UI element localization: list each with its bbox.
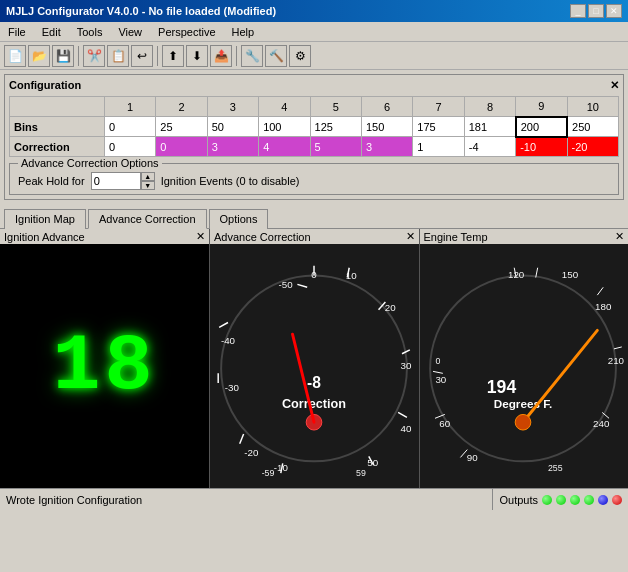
bins-cell-9[interactable]: 200 (516, 117, 567, 137)
correction-cell-7[interactable]: 1 (413, 137, 464, 157)
title-bar-title: MJLJ Configurator V4.0.0 - No file loade… (6, 5, 276, 17)
row-header-bins: Bins (10, 117, 105, 137)
bins-cell-4[interactable]: 100 (259, 117, 310, 137)
advance-correction-title: Advance Correction (214, 231, 311, 243)
status-outputs: Outputs (493, 494, 628, 506)
toolbar-settings3[interactable]: ⚙ (289, 45, 311, 67)
toolbar-settings2[interactable]: 🔨 (265, 45, 287, 67)
toolbar-copy[interactable]: 📋 (107, 45, 129, 67)
status-text: Wrote Ignition Configuration (0, 489, 493, 510)
menu-help[interactable]: Help (228, 25, 259, 39)
correction-cell-3[interactable]: 3 (207, 137, 258, 157)
gauges-container: Ignition Advance ✕ 18 Advance Correction… (0, 228, 628, 488)
ignition-advance-header: Ignition Advance ✕ (0, 229, 209, 244)
correction-cell-10[interactable]: -20 (567, 137, 618, 157)
correction-cell-4[interactable]: 4 (259, 137, 310, 157)
svg-text:Correction: Correction (282, 396, 346, 411)
bins-cell-10[interactable]: 250 (567, 117, 618, 137)
status-bar: Wrote Ignition Configuration Outputs (0, 488, 628, 510)
toolbar-export[interactable]: 📤 (210, 45, 232, 67)
ignition-advance-title: Ignition Advance (4, 231, 85, 243)
config-close-button[interactable]: ✕ (610, 79, 619, 92)
toolbar-download[interactable]: ⬇ (186, 45, 208, 67)
config-panel-label: Configuration (9, 79, 81, 92)
peak-hold-up[interactable]: ▲ (141, 172, 155, 181)
advance-correction-gauge-svg: -50 -40 -30 -20 -10 0 (212, 256, 417, 476)
menu-bar: File Edit Tools View Perspective Help (0, 22, 628, 42)
svg-text:59: 59 (356, 468, 366, 476)
tab-advance-correction[interactable]: Advance Correction (88, 209, 207, 229)
toolbar-undo[interactable]: ↩ (131, 45, 153, 67)
svg-text:150: 150 (562, 269, 579, 280)
menu-tools[interactable]: Tools (73, 25, 107, 39)
config-panel-header: Configuration ✕ (9, 79, 619, 92)
engine-temp-gauge-svg: 30 60 90 120 150 180 210 (421, 256, 626, 476)
minimize-button[interactable]: _ (570, 4, 586, 18)
bins-cell-7[interactable]: 175 (413, 117, 464, 137)
toolbar-save[interactable]: 💾 (52, 45, 74, 67)
correction-cell-2[interactable]: 0 (156, 137, 207, 157)
svg-text:-40: -40 (221, 335, 236, 346)
bins-cell-3[interactable]: 50 (207, 117, 258, 137)
title-bar: MJLJ Configurator V4.0.0 - No file loade… (0, 0, 628, 22)
tab-ignition-map[interactable]: Ignition Map (4, 209, 86, 229)
bins-cell-1[interactable]: 0 (104, 117, 155, 137)
correction-cell-9[interactable]: -10 (516, 137, 567, 157)
svg-line-46 (598, 287, 604, 295)
row-header-correction: Correction (10, 137, 105, 157)
correction-cell-8[interactable]: -4 (464, 137, 515, 157)
bins-cell-2[interactable]: 25 (156, 117, 207, 137)
engine-temp-gauge-content: 30 60 90 120 150 180 210 (420, 244, 629, 488)
ignition-advance-value: 18 (52, 321, 156, 412)
toolbar: 📄 📂 💾 ✂️ 📋 ↩ ⬆ ⬇ 📤 🔧 🔨 ⚙ (0, 42, 628, 70)
toolbar-new[interactable]: 📄 (4, 45, 26, 67)
advance-correction-gauge-content: -50 -40 -30 -20 -10 0 (210, 244, 419, 488)
svg-point-30 (430, 276, 616, 462)
ignition-advance-panel: Ignition Advance ✕ 18 (0, 229, 210, 488)
toolbar-settings1[interactable]: 🔧 (241, 45, 263, 67)
table-row-bins: Bins 0 25 50 100 125 150 175 181 200 250 (10, 117, 619, 137)
col-header-4: 4 (259, 97, 310, 117)
col-header-6: 6 (361, 97, 412, 117)
toolbar-upload[interactable]: ⬆ (162, 45, 184, 67)
advance-correction-header: Advance Correction ✕ (210, 229, 419, 244)
svg-text:0: 0 (311, 269, 317, 280)
peak-hold-input-group: ▲ ▼ (91, 172, 155, 190)
peak-hold-label: Peak Hold for (18, 175, 85, 187)
advance-correction-close[interactable]: ✕ (406, 230, 415, 243)
svg-text:255: 255 (548, 463, 563, 473)
close-button[interactable]: ✕ (606, 4, 622, 18)
ignition-advance-display: 18 (0, 244, 209, 488)
advance-correction-panel: Advance Correction ✕ (210, 229, 420, 488)
bins-cell-6[interactable]: 150 (361, 117, 412, 137)
peak-hold-down[interactable]: ▼ (141, 181, 155, 190)
col-header-5: 5 (310, 97, 361, 117)
svg-text:20: 20 (385, 302, 396, 313)
svg-point-0 (221, 276, 407, 462)
engine-temp-close[interactable]: ✕ (615, 230, 624, 243)
menu-file[interactable]: File (4, 25, 30, 39)
menu-edit[interactable]: Edit (38, 25, 65, 39)
svg-text:0: 0 (436, 356, 441, 366)
toolbar-cut[interactable]: ✂️ (83, 45, 105, 67)
bins-cell-8[interactable]: 181 (464, 117, 515, 137)
svg-text:194: 194 (487, 377, 517, 397)
menu-view[interactable]: View (114, 25, 146, 39)
col-header-7: 7 (413, 97, 464, 117)
peak-hold-input[interactable] (91, 172, 141, 190)
correction-cell-6[interactable]: 3 (361, 137, 412, 157)
col-header-10: 10 (567, 97, 618, 117)
menu-perspective[interactable]: Perspective (154, 25, 219, 39)
tab-options[interactable]: Options (209, 209, 269, 229)
ignition-advance-close[interactable]: ✕ (196, 230, 205, 243)
col-header-1: 1 (104, 97, 155, 117)
toolbar-open[interactable]: 📂 (28, 45, 50, 67)
svg-line-47 (614, 347, 622, 349)
bins-cell-5[interactable]: 125 (310, 117, 361, 137)
correction-cell-5[interactable]: 5 (310, 137, 361, 157)
svg-text:30: 30 (436, 374, 447, 385)
engine-temp-header: Engine Temp ✕ (420, 229, 629, 244)
col-header-8: 8 (464, 97, 515, 117)
maximize-button[interactable]: □ (588, 4, 604, 18)
correction-cell-1[interactable]: 0 (104, 137, 155, 157)
